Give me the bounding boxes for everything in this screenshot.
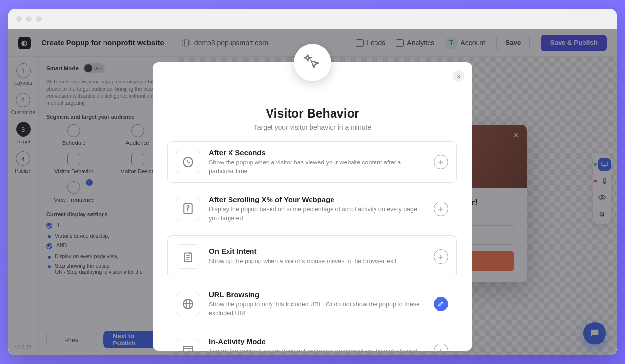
traffic-light-min[interactable] <box>26 16 32 22</box>
opt-desc: Show the popup when a visitor has viewed… <box>209 158 425 176</box>
opt-desc: Display the popup based on some percenta… <box>209 205 425 222</box>
opt-after-scroll[interactable]: After Scrolling X% of Your Webpage Displ… <box>167 188 457 230</box>
add-icon[interactable]: ＋ <box>434 202 448 216</box>
opt-desc: Trigger the popup if a user does not mak… <box>209 347 425 351</box>
scroll-icon <box>176 197 200 221</box>
traffic-light-close[interactable] <box>16 16 22 22</box>
add-icon[interactable]: ＋ <box>434 155 448 169</box>
behavior-options-list: After X Seconds Show the popup when a vi… <box>167 141 458 351</box>
add-icon[interactable]: ＋ <box>434 344 448 351</box>
modal-close-button[interactable]: ✕ <box>453 70 464 82</box>
inactivity-icon <box>176 339 200 351</box>
opt-title: After Scrolling X% of Your Webpage <box>209 195 425 203</box>
traffic-light-max[interactable] <box>36 16 42 22</box>
visitor-behavior-modal: ✕ Visitor Behavior Target your visitor b… <box>153 62 472 351</box>
opt-desc: Show the popup to only this included URL… <box>209 300 425 318</box>
modal-subtitle: Target your visitor behavior in a minute <box>167 123 458 131</box>
add-icon[interactable]: ＋ <box>434 249 448 264</box>
globe-link-icon <box>176 292 200 316</box>
exit-intent-icon <box>176 244 200 269</box>
opt-desc: Show up the popup when a visitor's mouse… <box>209 257 425 265</box>
opt-url-browsing[interactable]: URL Browsing Show the popup to only this… <box>167 283 457 325</box>
modal-title: Visitor Behavior <box>167 106 458 121</box>
opt-title: After X Seconds <box>209 148 425 157</box>
edit-icon[interactable] <box>434 297 448 311</box>
modal-emblem <box>294 44 331 81</box>
modal-backdrop[interactable]: ✕ Visitor Behavior Target your visitor b… <box>8 29 617 355</box>
opt-exit-intent[interactable]: On Exit Intent Show up the popup when a … <box>167 235 457 278</box>
clock-icon <box>176 150 200 174</box>
opt-title: In-Activity Mode <box>209 337 425 345</box>
opt-title: URL Browsing <box>209 290 425 299</box>
cursor-spark-icon <box>303 53 322 72</box>
opt-after-seconds[interactable]: After X Seconds Show the popup when a vi… <box>167 141 457 183</box>
opt-title: On Exit Intent <box>209 247 425 255</box>
svg-point-7 <box>187 206 189 208</box>
opt-inactivity[interactable]: In-Activity Mode Trigger the popup if a … <box>167 330 457 351</box>
macos-titlebar <box>8 9 617 29</box>
